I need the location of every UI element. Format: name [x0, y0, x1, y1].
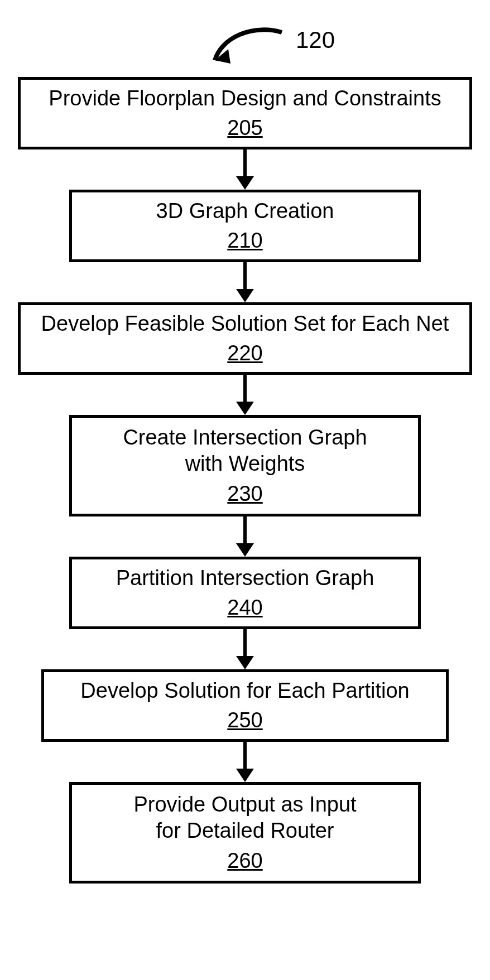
step-box-260: Provide Output as Input for Detailed Rou…: [69, 782, 421, 884]
step-title: Provide Output as Input for Detailed Rou…: [133, 791, 356, 844]
entry-arrow-icon: [198, 27, 287, 71]
step-title: Provide Floorplan Design and Constraints: [49, 85, 441, 112]
step-box-240: Partition Intersection Graph 240: [69, 557, 421, 629]
diagram-reference-label: 120: [296, 27, 335, 54]
step-ref: 210: [227, 228, 262, 254]
step-box-205: Provide Floorplan Design and Constraints…: [18, 77, 472, 149]
step-ref: 220: [227, 340, 262, 367]
step-ref: 230: [227, 481, 262, 508]
step-box-250: Develop Solution for Each Partition 250: [41, 669, 449, 742]
step-box-230: Create Intersection Graph with Weights 2…: [69, 415, 421, 516]
arrow-230-240: [236, 516, 254, 557]
step-title: Create Intersection Graph with Weights: [123, 424, 367, 477]
arrow-240-250: [236, 629, 254, 669]
step-title: Develop Solution for Each Partition: [80, 678, 409, 704]
step-ref: 240: [227, 595, 262, 621]
flow-column: Provide Floorplan Design and Constraints…: [0, 77, 490, 884]
arrow-250-260: [236, 742, 254, 782]
step-box-220: Develop Feasible Solution Set for Each N…: [18, 302, 472, 375]
arrow-210-220: [236, 262, 254, 302]
step-title: Partition Intersection Graph: [116, 565, 374, 592]
step-title: Develop Feasible Solution Set for Each N…: [41, 311, 449, 337]
arrow-205-210: [236, 149, 254, 190]
step-ref: 205: [227, 115, 262, 142]
flowchart-canvas: 120 Provide Floorplan Design and Constra…: [0, 0, 490, 980]
arrow-220-230: [236, 375, 254, 415]
step-ref: 250: [227, 707, 262, 734]
step-ref: 260: [227, 848, 262, 875]
step-box-210: 3D Graph Creation 210: [69, 190, 421, 262]
step-title: 3D Graph Creation: [156, 198, 334, 225]
